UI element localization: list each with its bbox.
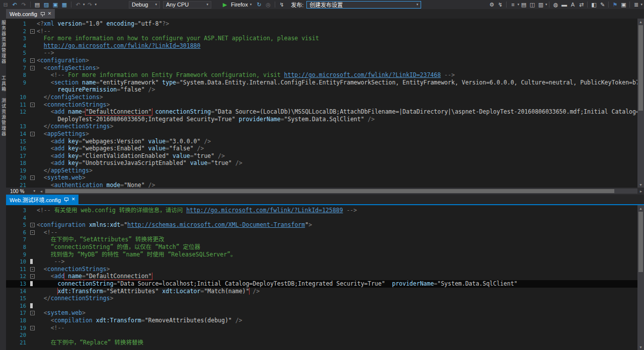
- close-icon[interactable]: ✕: [71, 197, 75, 202]
- code-line[interactable]: 21 <authentication mode="None" />: [6, 182, 644, 188]
- code-line[interactable]: 19 </appSettings>: [6, 167, 644, 174]
- fold-toggle[interactable]: -: [30, 326, 35, 330]
- code-line[interactable]: 4 http://go.microsoft.com/fwlink/?LinkId…: [6, 42, 644, 50]
- scroll-right-icon[interactable]: ►: [638, 190, 644, 193]
- chevron-down-icon[interactable]: ▾: [545, 3, 547, 7]
- open-file-icon[interactable]: ▨: [42, 1, 50, 9]
- code-line[interactable]: 8 <!-- For more information on Entity Fr…: [6, 71, 644, 79]
- code-line[interactable]: 14 xdt:Transform="SetAttributes" xdt:Loc…: [6, 288, 644, 295]
- code-line[interactable]: 6- <!--: [6, 229, 644, 236]
- code-line[interactable]: 8 “connectionString” 的值，以仅在 “Match” 定位器: [6, 243, 644, 251]
- attach-icon[interactable]: ◎: [264, 1, 272, 9]
- sort-az-icon[interactable]: A: [569, 1, 577, 9]
- menu-icon[interactable]: ≣: [632, 1, 640, 9]
- solution-configuration-select[interactable]: Debug ▾: [129, 1, 160, 9]
- fold-gutter[interactable]: -: [29, 266, 37, 273]
- hyperlink[interactable]: http://schemas.microsoft.com/XML-Documen…: [127, 221, 305, 228]
- code-line[interactable]: 9 找到值为 “MyDB” 的特性 “name” 时使用 “ReleaseSQL…: [6, 251, 644, 258]
- fold-toggle[interactable]: -: [30, 29, 35, 34]
- pin-icon[interactable]: [40, 12, 45, 17]
- code-line[interactable]: 13 connectionString="Data Source=localho…: [6, 280, 644, 288]
- code-line[interactable]: 3<!-- 有关使用 web.config 转换的详细信息，请访问 http:/…: [6, 207, 644, 214]
- publish-profile-select[interactable]: 创建发布设置 ▾: [306, 1, 421, 9]
- code-line[interactable]: 15 </connectionStrings>: [6, 295, 644, 302]
- code-line[interactable]: 11- <connectionStrings>: [6, 101, 644, 109]
- pencil-icon[interactable]: ✎: [598, 1, 606, 9]
- code-line[interactable]: 3 For more information on how to configu…: [6, 35, 644, 42]
- redo-dropdown-chevron-icon[interactable]: ▾: [95, 3, 97, 7]
- pin-icon[interactable]: [64, 197, 68, 202]
- code-line[interactable]: 19- <!--: [6, 324, 644, 332]
- code-line[interactable]: 4: [6, 214, 644, 222]
- save-all-icon[interactable]: ▦: [60, 1, 68, 9]
- scroll-up-icon[interactable]: ▲: [639, 19, 642, 25]
- code-line[interactable]: 16: [6, 302, 644, 310]
- fold-toggle[interactable]: -: [30, 66, 35, 70]
- flag-icon[interactable]: ⚑: [611, 1, 619, 9]
- book-icon[interactable]: ▬: [560, 1, 568, 9]
- tab-web-config[interactable]: Web.config ✕: [6, 9, 55, 19]
- list-icon[interactable]: ≡: [509, 1, 517, 9]
- code-line[interactable]: 1<?xml version="1.0" encoding="utf-8"?>: [6, 20, 644, 28]
- horizontal-scrollbar[interactable]: [45, 189, 637, 194]
- chevron-down-icon[interactable]: ▾: [517, 3, 519, 7]
- code-line[interactable]: 5 -->: [6, 49, 644, 57]
- scrollbar-thumb[interactable]: [45, 189, 614, 193]
- fold-toggle[interactable]: -: [30, 223, 35, 227]
- fold-gutter[interactable]: -: [29, 309, 37, 317]
- code-line[interactable]: 20: [6, 331, 644, 339]
- chart-icon[interactable]: ▥: [537, 1, 545, 9]
- close-icon[interactable]: ✕: [48, 12, 52, 16]
- navigate-backward-icon[interactable]: ↶: [11, 1, 19, 9]
- code-line[interactable]: 10 </configSections>: [6, 94, 644, 101]
- code-line[interactable]: 15 <add key="webpages:Version" value="3.…: [6, 138, 644, 145]
- undo-dropdown-chevron-icon[interactable]: ▾: [83, 3, 85, 7]
- fold-gutter[interactable]: -: [29, 221, 37, 229]
- scroll-left-icon[interactable]: ◄: [38, 190, 44, 193]
- fold-toggle[interactable]: -: [30, 274, 35, 279]
- sync-icon[interactable]: ⇄: [577, 1, 585, 9]
- code-line[interactable]: 16 <add key="webpages:Enabled" value="fa…: [6, 145, 644, 152]
- code-line[interactable]: 17- <system.web>: [6, 309, 644, 317]
- fold-gutter[interactable]: -: [29, 57, 37, 64]
- code-line[interactable]: 7 在下例中，“SetAttributes” 转换将更改: [6, 236, 644, 243]
- fold-gutter[interactable]: -: [29, 130, 37, 138]
- start-debugging-button[interactable]: ▶ Firefox ▾: [218, 1, 254, 9]
- vertical-scrollbar[interactable]: ▲ ▼: [637, 19, 644, 188]
- undo-icon[interactable]: ↶: [74, 1, 82, 9]
- scroll-down-icon[interactable]: ▼: [639, 344, 642, 350]
- fold-gutter[interactable]: -: [29, 101, 37, 109]
- globe-icon[interactable]: ◍: [551, 1, 559, 9]
- scroll-down-icon[interactable]: ▼: [639, 182, 642, 188]
- fold-gutter[interactable]: -: [29, 28, 37, 35]
- fold-toggle[interactable]: -: [30, 230, 35, 235]
- code-line[interactable]: 13 </connectionStrings>: [6, 123, 644, 130]
- toolbar-overflow-chevron-icon[interactable]: ▾: [640, 3, 642, 7]
- save-icon[interactable]: ▣: [51, 1, 59, 9]
- hyperlink[interactable]: http://go.microsoft.com/fwlink/?LinkID=2…: [284, 71, 441, 78]
- code-line[interactable]: 7- <configSections>: [6, 64, 644, 72]
- navigate-forward-icon[interactable]: ↷: [20, 1, 28, 9]
- code-line[interactable]: 12- <add name="DefaultConnection": [6, 273, 644, 280]
- fold-gutter[interactable]: -: [29, 273, 37, 280]
- code-line[interactable]: 18 <compilation xdt:Transform="RemoveAtt…: [6, 317, 644, 324]
- fold-gutter[interactable]: -: [29, 64, 37, 72]
- scrollbar-thumb[interactable]: [638, 25, 643, 111]
- users-icon[interactable]: ◫: [528, 1, 536, 9]
- new-file-icon[interactable]: ▤: [33, 1, 41, 9]
- wand-icon[interactable]: ↯: [278, 1, 286, 9]
- document-icon[interactable]: ▤: [520, 1, 528, 9]
- fold-gutter[interactable]: -: [29, 229, 37, 236]
- fold-toggle[interactable]: -: [30, 58, 35, 63]
- fold-gutter[interactable]: -: [29, 324, 37, 332]
- code-line[interactable]: 17 <add key="ClientValidationEnabled" va…: [6, 152, 644, 160]
- tab-web-test-config[interactable]: Web.测试环境.config ✕: [6, 195, 78, 204]
- code-line[interactable]: requirePermission="false" />: [6, 86, 644, 94]
- fold-toggle[interactable]: -: [30, 132, 35, 136]
- code-line[interactable]: 12 <add name="DefaultConnection" connect…: [6, 108, 644, 116]
- hyperlink[interactable]: http://go.microsoft.com/fwlink/?LinkId=1…: [186, 207, 343, 214]
- scrollbar-thumb[interactable]: [638, 212, 643, 272]
- layout-icon[interactable]: ◧: [590, 1, 598, 9]
- code-line[interactable]: 11- <connectionStrings>: [6, 266, 644, 273]
- fold-toggle[interactable]: -: [30, 176, 35, 180]
